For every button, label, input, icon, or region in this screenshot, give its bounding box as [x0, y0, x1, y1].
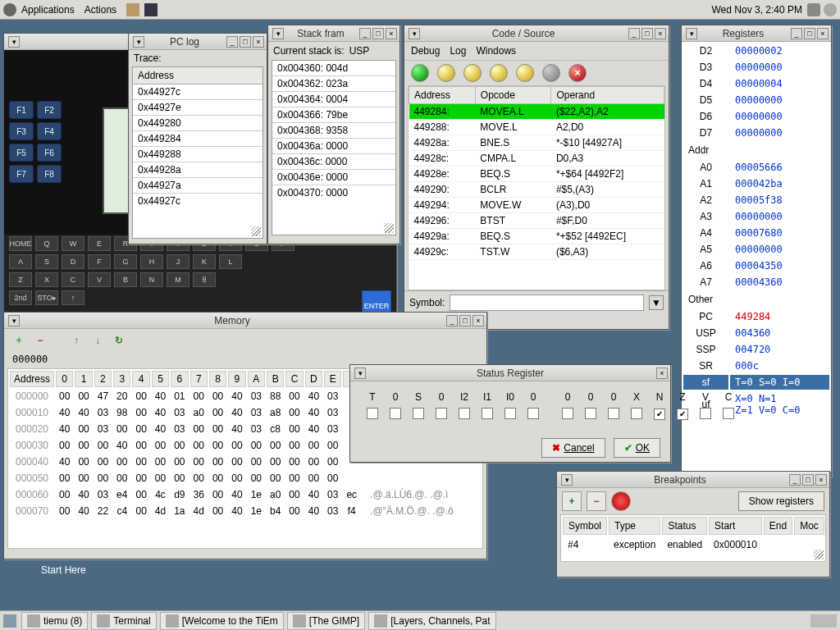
mem-col[interactable]: D: [305, 371, 322, 387]
register-row[interactable]: A700004360: [683, 275, 829, 290]
pclog-row[interactable]: 0x449288: [133, 146, 262, 162]
refresh-icon[interactable]: ↻: [111, 332, 127, 349]
code-row[interactable]: 449296:BTST#$F,D0: [409, 213, 664, 229]
window-menu-icon[interactable]: ▾: [354, 368, 366, 379]
mem-col[interactable]: A: [248, 371, 265, 387]
maximize-button[interactable]: □: [240, 36, 251, 48]
pclog-list[interactable]: Address 0x44927c0x44927e0x4492800x449284…: [132, 66, 263, 239]
mem-col[interactable]: 3: [113, 371, 130, 387]
maximize-button[interactable]: □: [372, 28, 384, 39]
mem-col[interactable]: Address: [10, 371, 54, 387]
sr-checkbox[interactable]: [527, 408, 539, 419]
pclog-row[interactable]: 0x44927e: [133, 99, 262, 115]
register-row[interactable]: A300000000: [683, 209, 829, 224]
stack-row[interactable]: 0x004366: 79be: [272, 107, 395, 122]
clock[interactable]: Wed Nov 3, 2:40 PM: [707, 4, 808, 16]
mem-col[interactable]: 5: [152, 371, 169, 387]
sr-checkbox[interactable]: [436, 408, 447, 419]
sr-checkbox[interactable]: [459, 408, 470, 419]
calc-key[interactable]: Q: [35, 236, 58, 251]
stack-row[interactable]: 0x004360: 004d: [272, 61, 395, 75]
mem-col[interactable]: 4: [132, 371, 149, 387]
calc-key[interactable]: D: [62, 254, 84, 269]
code-row[interactable]: 44929a:BEQ.S*+$52 [4492EC]: [409, 229, 664, 244]
pclog-row[interactable]: 0x44927c: [133, 84, 262, 99]
breakpoint-icon[interactable]: [542, 64, 560, 82]
fkey[interactable]: F3: [9, 122, 34, 140]
maximize-button[interactable]: □: [459, 315, 471, 326]
code-row[interactable]: 44928c:CMPA.LD0,A3: [409, 151, 664, 167]
mem-row[interactable]: 000050000000000000000000000000000000: [10, 471, 457, 486]
mem-col[interactable]: B: [267, 371, 284, 387]
calc-key[interactable]: X: [35, 272, 58, 287]
stack-list[interactable]: 0x004360: 004d0x004362: 023a0x004364: 00…: [272, 60, 396, 235]
run-icon[interactable]: [411, 64, 429, 82]
mem-col[interactable]: 9: [228, 371, 245, 387]
code-row[interactable]: 449290:BCLR#$5,(A3): [409, 182, 664, 198]
fkey[interactable]: F7: [9, 165, 34, 183]
terminal-icon[interactable]: [144, 3, 158, 16]
fkey[interactable]: F6: [37, 144, 62, 162]
fkey[interactable]: F4: [37, 122, 62, 140]
remove-icon[interactable]: −: [32, 332, 48, 349]
calc-key[interactable]: STO▸: [35, 290, 58, 305]
up-icon[interactable]: ↑: [68, 332, 84, 349]
bp-col[interactable]: Start: [709, 517, 762, 535]
stack-titlebar[interactable]: ▾ Stack fram _ □ ×: [268, 25, 399, 42]
step-over-icon[interactable]: [437, 64, 455, 82]
pclog-row[interactable]: 0x44928a: [133, 162, 262, 177]
register-row[interactable]: D600000000: [683, 109, 829, 124]
calc-key[interactable]: A: [9, 254, 32, 269]
registers-titlebar[interactable]: ▾ Registers _ □ ×: [682, 25, 831, 42]
code-row[interactable]: 449294:MOVE.W(A3),D0: [409, 198, 664, 213]
close-button[interactable]: ×: [386, 28, 397, 39]
resize-grip-icon[interactable]: [251, 226, 261, 236]
calc-key[interactable]: 2nd: [9, 290, 32, 305]
pclog-row[interactable]: 0x44927c: [133, 193, 262, 208]
mem-col[interactable]: C: [285, 371, 303, 387]
code-titlebar[interactable]: ▾ Code / Source _ □ ×: [404, 25, 669, 42]
workspace-switcher[interactable]: [810, 614, 837, 628]
calc-key[interactable]: W: [62, 236, 84, 251]
sr-checkbox[interactable]: [608, 408, 619, 419]
bp-col[interactable]: Symbol: [563, 517, 607, 535]
dropdown-icon[interactable]: ▼: [649, 295, 664, 310]
bp-titlebar[interactable]: ▾ Breakpoints _ □ ×: [557, 472, 829, 488]
fkey[interactable]: F5: [9, 144, 34, 162]
sr-checkbox[interactable]: [654, 409, 665, 420]
calc-key[interactable]: E: [88, 236, 111, 251]
calc-key[interactable]: V: [88, 272, 111, 287]
sr-checkbox[interactable]: [367, 408, 378, 419]
add-bp-icon[interactable]: +: [562, 491, 582, 511]
register-row[interactable]: A1000042ba: [683, 176, 829, 191]
stack-row[interactable]: 0x004370: 0000: [272, 185, 395, 200]
show-desktop-icon[interactable]: [3, 614, 16, 628]
calc-key[interactable]: S: [35, 254, 58, 269]
code-row[interactable]: 44929c:TST.W($6,A3): [409, 244, 664, 260]
bp-list[interactable]: SymbolTypeStatusStartEndMoc #4exceptione…: [560, 514, 826, 562]
stack-row[interactable]: 0x00436a: 0000: [272, 138, 395, 153]
code-row[interactable]: 449284:MOVEA.L($22,A2),A2: [409, 104, 664, 120]
add-icon[interactable]: +: [11, 332, 27, 349]
register-row[interactable]: D700000000: [683, 126, 829, 140]
calc-key[interactable]: Z: [9, 272, 32, 287]
maximize-button[interactable]: □: [641, 28, 653, 39]
calc-key[interactable]: L: [219, 254, 242, 269]
register-row[interactable]: A000005666: [683, 160, 829, 175]
register-row[interactable]: SR000c: [683, 358, 829, 373]
stop-icon[interactable]: ×: [568, 64, 587, 82]
code-row[interactable]: 44928a:BNE.S*-$10 [44927A]: [409, 135, 664, 151]
pclog-row[interactable]: 0x449284: [133, 130, 262, 146]
fkey[interactable]: F2: [37, 101, 62, 119]
step-into-icon[interactable]: [463, 64, 482, 82]
fkey[interactable]: F1: [9, 101, 34, 119]
bp-row[interactable]: #4exceptionenabled0x000010: [563, 536, 824, 553]
mem-row[interactable]: 000070004022c4004d1a4d00401eb4004003f4.@…: [10, 504, 457, 518]
taskbar-task[interactable]: Terminal: [91, 612, 156, 630]
window-menu-icon[interactable]: ▾: [8, 36, 20, 48]
calc-key[interactable]: K: [193, 254, 216, 269]
resize-grip-icon[interactable]: [814, 550, 824, 559]
sr-checkbox[interactable]: [504, 408, 516, 419]
menu-windows[interactable]: Windows: [476, 45, 516, 57]
maximize-button[interactable]: □: [804, 28, 815, 39]
